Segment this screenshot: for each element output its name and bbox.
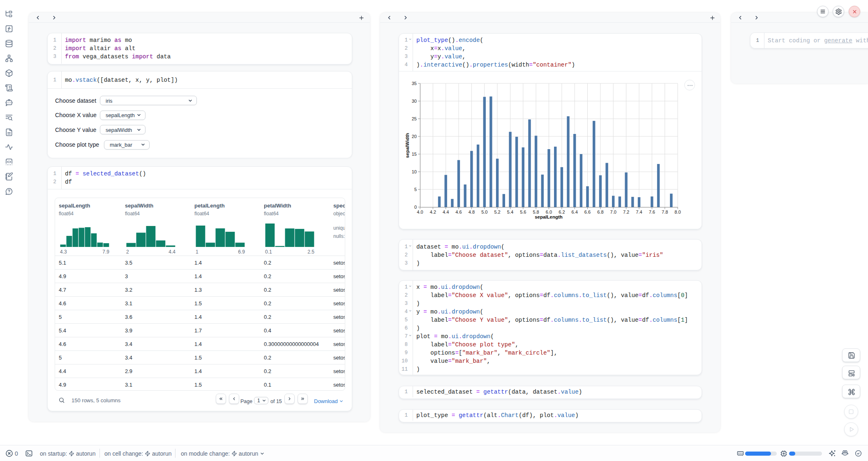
svg-text:15: 15 <box>412 152 417 157</box>
svg-text:7.2: 7.2 <box>623 210 629 214</box>
svg-text:4.2: 4.2 <box>430 210 436 214</box>
svg-text:0: 0 <box>414 205 417 210</box>
svg-text:30: 30 <box>412 99 417 104</box>
svg-text:7.4: 7.4 <box>636 210 642 214</box>
svg-text:7.6: 7.6 <box>649 210 655 214</box>
svg-text:sepalLength: sepalLength <box>535 214 563 219</box>
svg-text:6.8: 6.8 <box>597 210 603 214</box>
svg-text:25: 25 <box>412 116 417 121</box>
svg-text:5.4: 5.4 <box>507 210 513 214</box>
svg-text:6.2: 6.2 <box>559 210 565 214</box>
svg-text:4.4: 4.4 <box>443 210 449 214</box>
svg-text:7.0: 7.0 <box>610 210 616 214</box>
svg-text:4.0: 4.0 <box>417 210 423 214</box>
svg-text:6.0: 6.0 <box>546 210 552 214</box>
svg-text:6.6: 6.6 <box>584 210 591 214</box>
svg-text:5.8: 5.8 <box>533 210 539 214</box>
svg-text:8.0: 8.0 <box>674 210 681 214</box>
svg-text:4.8: 4.8 <box>469 210 475 214</box>
svg-text:10: 10 <box>412 169 417 174</box>
svg-text:35: 35 <box>412 81 417 86</box>
svg-text:20: 20 <box>412 134 417 139</box>
svg-text:5.6: 5.6 <box>520 210 526 214</box>
svg-text:5.2: 5.2 <box>494 210 500 214</box>
svg-text:5.0: 5.0 <box>481 210 487 214</box>
svg-text:sepalWidth: sepalWidth <box>405 133 410 158</box>
svg-text:7.8: 7.8 <box>662 210 668 214</box>
svg-text:6.4: 6.4 <box>572 210 578 214</box>
svg-text:4.6: 4.6 <box>455 210 462 214</box>
svg-text:5: 5 <box>414 187 417 192</box>
